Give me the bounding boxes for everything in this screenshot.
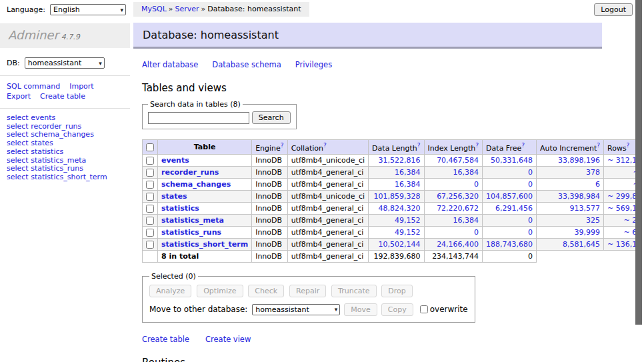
scrollbar-thumb[interactable]	[635, 0, 642, 325]
row-checkbox[interactable]	[146, 157, 154, 165]
help-icon[interactable]: ?	[323, 142, 327, 149]
move-database-select[interactable]: homeassistant ▾	[252, 304, 340, 315]
help-icon[interactable]: ?	[627, 142, 630, 149]
row-checkbox[interactable]	[146, 217, 154, 225]
database-schema-link[interactable]: Database schema	[212, 60, 281, 69]
table-name-link[interactable]: statistics_runs	[161, 228, 221, 237]
search-button[interactable]: Search	[252, 111, 291, 124]
table-name-link[interactable]: recorder_runs	[161, 168, 219, 177]
collation-cell: utf8mb4_general_ci	[287, 250, 368, 262]
auto-increment-link[interactable]: 325	[586, 216, 600, 225]
engine-cell: InnoDB	[252, 178, 287, 190]
help-icon[interactable]: ?	[417, 142, 421, 149]
tables-and-views-heading: Tables and views	[142, 82, 644, 94]
data-length-link[interactable]: 48,824,320	[379, 204, 421, 213]
data-free-link[interactable]: 0	[528, 228, 533, 237]
optimize-button[interactable]: Optimize	[197, 285, 243, 297]
auto-increment-link[interactable]: 913,577	[570, 204, 601, 213]
privileges-link[interactable]: Privileges	[295, 60, 332, 69]
row-checkbox[interactable]	[146, 169, 154, 177]
data-length-link[interactable]: 16,384	[395, 168, 421, 177]
sidebar-table-list: select events select recorder_runs selec…	[0, 114, 130, 182]
auto-increment-link[interactable]: 39,999	[575, 228, 601, 237]
truncate-button[interactable]: Truncate	[331, 285, 376, 297]
data-length-link[interactable]: 49,152	[395, 228, 421, 237]
auto-increment-link[interactable]: 8,581,645	[563, 240, 600, 249]
auto-increment-link[interactable]: 6	[595, 180, 600, 189]
auto-increment-link[interactable]: 33,398,984	[558, 192, 600, 201]
help-icon[interactable]: ?	[521, 142, 525, 149]
data-length-link[interactable]: 49,152	[395, 216, 421, 225]
data-free-link[interactable]: 6,291,456	[495, 204, 533, 213]
help-icon[interactable]: ?	[475, 142, 479, 149]
index-length-link[interactable]: 67,256,320	[437, 192, 479, 201]
help-icon[interactable]: ?	[597, 142, 600, 149]
select-all-checkbox[interactable]	[146, 143, 154, 151]
row-checkbox[interactable]	[146, 241, 154, 249]
index-length-link[interactable]: 0	[474, 180, 479, 189]
app-name: Adminer	[8, 28, 59, 42]
data-length-link[interactable]: 101,859,328	[374, 192, 421, 201]
check-button[interactable]: Check	[248, 285, 284, 297]
copy-button[interactable]: Copy	[381, 303, 413, 316]
db-row: DB: homeassistant ▾	[0, 48, 130, 69]
breadcrumb-server-link[interactable]: Server	[175, 5, 199, 13]
table-name-link[interactable]: schema_changes	[161, 180, 231, 189]
index-length-link[interactable]: 0	[474, 228, 479, 237]
sidebar-select-statistics-short-term[interactable]: select statistics_short_term	[7, 173, 123, 182]
create-table-link[interactable]: Create table	[142, 335, 189, 344]
table-name-link[interactable]: statistics	[161, 204, 199, 213]
data-length-link[interactable]: 16,384	[395, 180, 421, 189]
overwrite-checkbox[interactable]	[420, 305, 428, 313]
sidebar-import-link[interactable]: Import	[69, 82, 94, 91]
col-header-index-length: Index Length?	[424, 140, 483, 155]
create-links: Create tableCreate view	[142, 335, 644, 344]
repair-button[interactable]: Repair	[289, 285, 326, 297]
breadcrumb-current: Database: homeassistant	[207, 5, 301, 13]
row-checkbox[interactable]	[146, 181, 154, 189]
index-length-link[interactable]: 16,384	[453, 168, 479, 177]
data-free-link[interactable]: 104,857,600	[486, 192, 533, 201]
create-view-link[interactable]: Create view	[205, 335, 251, 344]
sidebar-select-statistics[interactable]: select statistics	[7, 148, 123, 157]
sidebar-create-table-link[interactable]: Create table	[40, 92, 85, 101]
row-checkbox[interactable]	[146, 229, 154, 237]
help-icon[interactable]: ?	[281, 142, 284, 149]
data-free-link[interactable]: 50,331,648	[491, 156, 533, 165]
sidebar-select-states[interactable]: select states	[7, 139, 123, 148]
drop-button[interactable]: Drop	[381, 285, 412, 297]
row-checkbox[interactable]	[146, 193, 154, 201]
page-title: Database: homeassistant	[133, 23, 602, 49]
collation-cell: utf8mb4_general_ci	[287, 226, 368, 238]
move-button[interactable]: Move	[344, 303, 377, 316]
auto-increment-link[interactable]: 378	[586, 168, 600, 177]
sidebar-export-link[interactable]: Export	[7, 92, 31, 101]
data-free-link[interactable]: 0	[528, 180, 533, 189]
search-input[interactable]	[148, 112, 249, 124]
data-free-link[interactable]: 188,743,680	[486, 240, 533, 249]
table-name-link[interactable]: statistics_meta	[161, 216, 224, 225]
breadcrumb-mysql-link[interactable]: MySQL	[141, 5, 167, 13]
table-name-link[interactable]: events	[161, 156, 189, 165]
sidebar-select-events[interactable]: select events	[7, 114, 123, 123]
sidebar-sql-command-link[interactable]: SQL command	[7, 82, 60, 91]
logout-button[interactable]: Logout	[594, 3, 633, 16]
analyze-button[interactable]: Analyze	[149, 285, 191, 297]
data-length-link[interactable]: 10,502,144	[379, 240, 421, 249]
row-checkbox[interactable]	[146, 205, 154, 213]
index-length-link[interactable]: 16,384	[453, 216, 479, 225]
table-name-link[interactable]: statistics_short_term	[161, 240, 248, 249]
sidebar-divider	[0, 75, 130, 76]
index-length-link[interactable]: 24,166,400	[437, 240, 479, 249]
data-length-link[interactable]: 31,522,816	[379, 156, 421, 165]
index-length-link[interactable]: 70,467,584	[437, 156, 479, 165]
index-length-link[interactable]: 72,220,672	[437, 204, 479, 213]
alter-database-link[interactable]: Alter database	[142, 60, 198, 69]
app-version: 4.7.9	[61, 33, 80, 41]
data-free-link[interactable]: 0	[528, 168, 533, 177]
data-free-link[interactable]: 0	[528, 216, 533, 225]
auto-increment-link[interactable]: 33,898,196	[558, 156, 600, 165]
db-select[interactable]: homeassistant ▾	[25, 57, 105, 69]
language-select[interactable]: English ▾	[50, 4, 126, 15]
table-name-link[interactable]: states	[161, 192, 187, 201]
